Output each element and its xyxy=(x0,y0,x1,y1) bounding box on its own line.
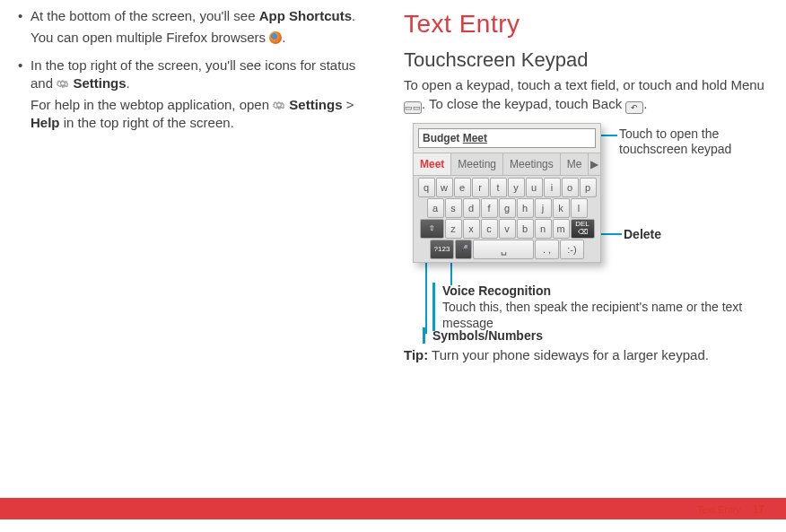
tip-body: Turn your phone sideways for a larger ke… xyxy=(428,347,709,362)
text: At the bottom of the screen, you'll see xyxy=(31,8,259,23)
keypad-diagram: Budget Meet Meet Meeting Meetings Me ▶ q… xyxy=(404,123,768,343)
suggestion-active[interactable]: Meet xyxy=(414,153,451,175)
key-t[interactable]: t xyxy=(490,178,507,197)
input-word-active: Meet xyxy=(463,132,487,144)
text: in the top right of the screen. xyxy=(60,115,234,130)
firefox-icon xyxy=(269,31,282,44)
back-icon: ↶ xyxy=(625,101,643,114)
key-i[interactable]: i xyxy=(544,178,561,197)
help-label: Help xyxy=(31,115,60,130)
smiley-key[interactable]: :-) xyxy=(560,240,584,259)
text: . xyxy=(127,75,130,91)
text: For help in the webtop application, open xyxy=(31,97,273,112)
app-shortcuts-label: App Shortcuts xyxy=(259,8,352,23)
key-y[interactable]: y xyxy=(508,178,525,197)
text: . xyxy=(352,8,355,23)
callout-line xyxy=(425,262,427,334)
bullet: • xyxy=(18,57,31,93)
callout-delete: Delete xyxy=(624,227,661,243)
callout-symbols: Symbols/Numbers xyxy=(432,327,543,345)
key-x[interactable]: x xyxy=(463,219,480,239)
settings-label: Settings xyxy=(289,97,342,112)
key-r[interactable]: r xyxy=(472,178,489,197)
footer-bar xyxy=(0,498,786,519)
key-o[interactable]: o xyxy=(562,178,579,197)
suggestion-more-icon[interactable]: ▶ xyxy=(589,153,601,175)
key-f[interactable]: f xyxy=(481,198,498,218)
callout-open-keypad: Touch to open the touchscreen keypad xyxy=(619,126,763,158)
right-column: Text Entry Touchscreen Keypad To open a … xyxy=(404,7,768,484)
key-s[interactable]: s xyxy=(445,198,462,218)
keypad-mock: Budget Meet Meet Meeting Meetings Me ▶ q… xyxy=(413,123,601,263)
symbols-key[interactable]: ?123 xyxy=(430,240,454,259)
key-d[interactable]: d xyxy=(463,198,480,218)
menu-icon: ▭▭ xyxy=(404,101,422,114)
gear-icon xyxy=(57,75,69,91)
delete-key[interactable]: DEL⌫ xyxy=(571,219,595,239)
text: . xyxy=(282,30,285,45)
key-n[interactable]: n xyxy=(535,219,552,239)
key-v[interactable]: v xyxy=(499,219,516,239)
key-e[interactable]: e xyxy=(454,178,471,197)
punct-key[interactable]: . , xyxy=(535,240,559,259)
key-m[interactable]: m xyxy=(553,219,570,239)
text: You can open multiple Firefox browsers xyxy=(31,30,269,45)
text: . xyxy=(643,96,647,111)
suggestion-bar[interactable]: Meet Meeting Meetings Me ▶ xyxy=(414,153,600,176)
key-z[interactable]: z xyxy=(445,219,462,239)
key-q[interactable]: q xyxy=(418,178,435,197)
text: . To close the keypad, touch Back xyxy=(422,96,625,111)
callout-voice: Voice Recognition Touch this, then speak… xyxy=(432,283,755,334)
suggestion[interactable]: Meetings xyxy=(503,153,561,175)
sub-heading: Touchscreen Keypad xyxy=(404,47,768,74)
key-p[interactable]: p xyxy=(580,178,597,197)
footer-section: Text Entry xyxy=(697,504,741,515)
footer-text: Text Entry 17 xyxy=(697,503,764,516)
key-l[interactable]: l xyxy=(571,198,588,218)
key-w[interactable]: w xyxy=(436,178,453,197)
suggestion[interactable]: Meeting xyxy=(451,153,503,175)
gear-icon xyxy=(273,97,285,112)
shift-key[interactable]: ⇧ xyxy=(420,219,444,239)
tip-label: Tip: xyxy=(404,347,428,362)
section-heading: Text Entry xyxy=(404,7,768,41)
text: To open a keypad, touch a text field, or… xyxy=(404,77,764,92)
input-word: Budget xyxy=(423,132,459,144)
space-key[interactable]: ␣ xyxy=(473,240,534,259)
key-k[interactable]: k xyxy=(553,198,570,218)
left-column: • At the bottom of the screen, you'll se… xyxy=(18,7,377,484)
key-j[interactable]: j xyxy=(535,198,552,218)
key-b[interactable]: b xyxy=(517,219,534,239)
key-a[interactable]: a xyxy=(427,198,444,218)
text: > xyxy=(343,97,354,112)
settings-label: Settings xyxy=(73,75,126,91)
key-h[interactable]: h xyxy=(517,198,534,218)
voice-key[interactable]: 🎤 xyxy=(455,240,472,259)
suggestion[interactable]: Me xyxy=(561,153,590,175)
bullet: • xyxy=(18,7,31,25)
keypad-text-field[interactable]: Budget Meet xyxy=(418,128,596,148)
key-u[interactable]: u xyxy=(526,178,543,197)
key-g[interactable]: g xyxy=(499,198,516,218)
key-c[interactable]: c xyxy=(481,219,498,239)
page-number: 17 xyxy=(753,503,764,516)
